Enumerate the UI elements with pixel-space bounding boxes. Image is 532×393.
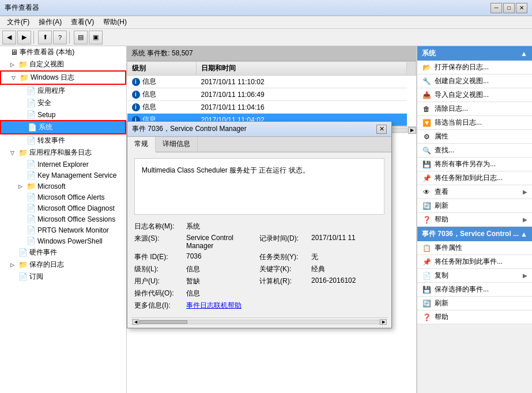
toolbar-back[interactable]: ◀ <box>2 31 16 44</box>
action-item-0-0[interactable]: 📂打开保存的日志... <box>417 61 532 74</box>
action-item-1-2[interactable]: 📄复制▶ <box>417 269 532 283</box>
action-label-0-7: 将所有事件另存为... <box>435 159 496 169</box>
tree-item-msosess[interactable]: 📄Microsoft Office Sessions <box>0 214 126 224</box>
action-item-0-5[interactable]: ⚙属性 <box>417 130 532 144</box>
tree-toggle-windows[interactable]: ▽ <box>12 75 20 81</box>
action-item-0-8[interactable]: 📌将任务附加到此日志... <box>417 171 532 185</box>
dialog-tab-general[interactable]: 常规 <box>127 137 156 152</box>
tree-item-custom[interactable]: ▷📁自定义视图 <box>0 58 126 70</box>
tree-toggle-custom[interactable]: ▷ <box>10 62 18 68</box>
log-table: 级别 日期和时间 i信息2017/10/11 11:10:02i信息2017/1… <box>127 61 416 126</box>
dialog-tab-detail[interactable]: 详细信息 <box>156 137 198 152</box>
action-item-1-4[interactable]: 🔄刷新 <box>417 297 532 310</box>
action-label-0-3: 清除日志... <box>435 104 468 114</box>
tree-item-app[interactable]: 📄应用程序 <box>0 85 126 97</box>
action-item-1-0[interactable]: 📋事件属性 <box>417 241 532 255</box>
tree-toggle-appsvc[interactable]: ▽ <box>10 150 18 156</box>
toolbar-action1[interactable]: ▤ <box>74 31 88 44</box>
tree-item-system[interactable]: 📄系统 <box>0 120 126 134</box>
info-icon: i <box>132 103 140 111</box>
close-button[interactable]: ✕ <box>516 3 527 13</box>
detail-computer: 计算机(R): 2016-2016102 <box>259 276 384 286</box>
tree-toggle-ms[interactable]: ▷ <box>18 184 27 189</box>
tree-item-msalerts[interactable]: 📄Microsoft Office Alerts <box>0 192 126 203</box>
cell-datetime: 2017/10/11 11:04:16 <box>197 101 407 114</box>
dialog-scroll-right[interactable]: ▶ <box>380 319 387 325</box>
detail-logname: 日志名称(M): 系统 <box>134 222 384 231</box>
action-item-1-1[interactable]: 📌将任务附加到此事件... <box>417 255 532 269</box>
detail-moreinfo-link[interactable]: 事件日志联机帮助 <box>186 301 242 310</box>
tree-item-hardware[interactable]: 📄硬件事件 <box>0 246 126 259</box>
tree-item-security[interactable]: 📄安全 <box>0 97 126 109</box>
action-item-0-7[interactable]: 💾将所有事件另存为... <box>417 158 532 171</box>
maximize-button[interactable]: □ <box>503 3 515 13</box>
action-label-0-1: 创建自定义视图... <box>435 76 489 86</box>
tree-item-root[interactable]: 🖥事件查看器 (本地) <box>0 46 126 58</box>
toolbar-action2[interactable]: ▣ <box>89 31 103 44</box>
toolbar-forward[interactable]: ▶ <box>17 31 31 44</box>
action-icon-0-2: 📥 <box>422 91 431 100</box>
dialog-scrollbar[interactable]: ◀ ▶ <box>131 317 388 325</box>
table-row[interactable]: i信息2017/10/11 11:04:16 <box>127 101 416 114</box>
toolbar-help[interactable]: ? <box>53 31 67 44</box>
menu-help[interactable]: 帮助(H) <box>99 16 131 28</box>
action-icon-0-7: 💾 <box>422 160 431 169</box>
actions-header-0: 系统▲ <box>417 46 532 61</box>
tree-item-msodiag[interactable]: 📄Microsoft Office Diagnost <box>0 203 126 214</box>
minimize-button[interactable]: ─ <box>491 3 502 13</box>
tree-item-kms[interactable]: 📄Key Management Service <box>0 170 126 181</box>
action-label-1-4: 刷新 <box>435 298 448 308</box>
action-item-1-3[interactable]: 💾保存选择的事件... <box>417 283 532 297</box>
detail-grid: 来源(S): Service Control Manager 记录时间(D): … <box>134 234 384 289</box>
menu-action[interactable]: 操作(A) <box>34 16 66 28</box>
cell-datetime: 2017/10/11 11:06:49 <box>197 88 407 101</box>
tree-item-ie[interactable]: 📄Internet Explorer <box>0 159 126 170</box>
tree-item-ps[interactable]: 📄Windows PowerShell <box>0 235 126 246</box>
dialog-scroll-left[interactable]: ◀ <box>132 319 139 325</box>
tree-icon-prtg: 📄 <box>27 226 36 234</box>
dialog-close-button[interactable]: ✕ <box>376 125 387 134</box>
tree-toggle-saved[interactable]: ▷ <box>10 262 18 268</box>
tree-item-windows[interactable]: ▽📁Windows 日志 <box>0 70 126 85</box>
toolbar-up[interactable]: ⬆ <box>38 31 52 44</box>
col-datetime[interactable]: 日期和时间 <box>197 62 407 76</box>
detail-eventid-label: 事件 ID(E): <box>134 252 186 262</box>
tree-label-setup: Setup <box>37 111 55 119</box>
tree-item-saved[interactable]: ▷📁保存的日志 <box>0 259 126 271</box>
detail-taskcat-value: 无 <box>311 252 384 262</box>
tree-item-appsvc[interactable]: ▽📁应用程序和服务日志 <box>0 147 126 159</box>
action-item-0-11[interactable]: ❓帮助▶ <box>417 213 532 227</box>
action-item-0-4[interactable]: 🔽筛选当前日志... <box>417 116 532 130</box>
action-item-0-3[interactable]: 🗑清除日志... <box>417 102 532 116</box>
action-item-1-5[interactable]: ❓帮助 <box>417 310 532 324</box>
action-icon-1-2: 📄 <box>422 271 431 280</box>
action-item-0-2[interactable]: 📥导入自定义视图... <box>417 88 532 102</box>
table-row[interactable]: i信息2017/10/11 11:06:49 <box>127 88 416 101</box>
action-item-0-1[interactable]: 🔧创建自定义视图... <box>417 74 532 88</box>
tree-item-prtg[interactable]: 📄PRTG Network Monitor <box>0 224 126 235</box>
tree-label-security: 安全 <box>37 98 51 108</box>
tree-item-forward[interactable]: 📄转发事件 <box>0 134 126 147</box>
cell-level: i信息 <box>127 101 197 114</box>
h-scroll-right[interactable]: ▶ <box>408 127 416 134</box>
tree-item-setup[interactable]: 📄Setup <box>0 109 126 120</box>
action-item-0-6[interactable]: 🔍查找... <box>417 144 532 158</box>
dialog-message: Multimedia Class Scheduler 服务处于 正在运行 状态。 <box>139 163 379 209</box>
tree-item-ms[interactable]: ▷📁Microsoft <box>0 181 126 192</box>
action-item-0-9[interactable]: 👁查看▶ <box>417 185 532 199</box>
tree-icon-hardware: 📄 <box>18 248 28 257</box>
action-item-0-10[interactable]: 🔄刷新 <box>417 199 532 213</box>
action-label-0-4: 筛选当前日志... <box>435 118 482 128</box>
tree-label-msodiag: Microsoft Office Diagnost <box>37 204 115 212</box>
col-level[interactable]: 级别 <box>127 62 197 76</box>
event-dialog[interactable]: 事件 7036，Service Control Manager ✕ 常规 详细信… <box>127 121 392 328</box>
tree-item-subscribe[interactable]: 📄订阅 <box>0 271 126 283</box>
menu-view[interactable]: 查看(V) <box>66 16 99 28</box>
menu-file[interactable]: 文件(F) <box>2 16 34 28</box>
detail-moreinfo: 更多信息(I): 事件日志联机帮助 <box>134 301 384 310</box>
dialog-scroll-track <box>139 320 380 324</box>
dialog-scroll-thumb <box>139 320 187 324</box>
table-row[interactable]: i信息2017/10/11 11:10:02 <box>127 76 416 88</box>
detail-source: 来源(S): Service Control Manager <box>134 234 259 250</box>
action-label-1-1: 将任务附加到此事件... <box>435 257 503 267</box>
